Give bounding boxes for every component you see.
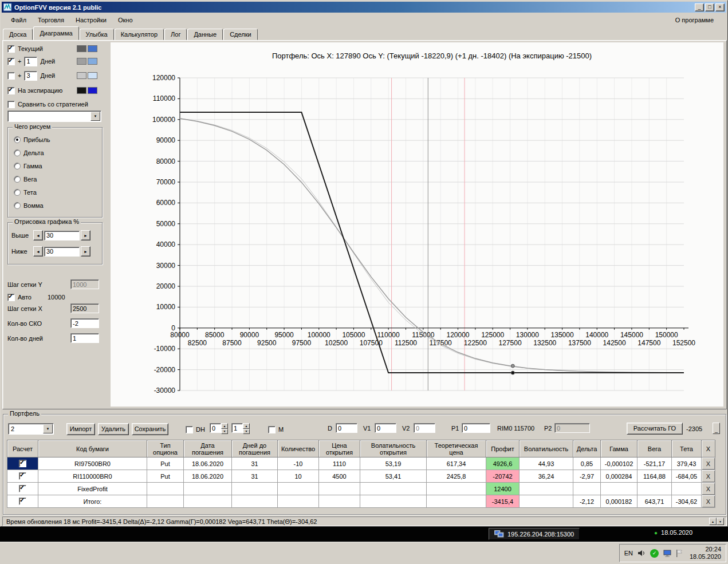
increase-above-button[interactable]: ► xyxy=(81,230,90,240)
color-swatch[interactable] xyxy=(88,72,97,79)
portfolio-selector[interactable]: 2 ▼ xyxy=(8,423,54,435)
dh-spin1-input[interactable] xyxy=(210,423,221,433)
column-header-maturity-date[interactable]: Дата погашения xyxy=(184,440,232,457)
spin-down-icon[interactable]: ▼ xyxy=(221,429,228,435)
tab-diagram[interactable]: Диаграмма xyxy=(33,26,78,40)
calc-go-button[interactable]: Рассчитать ГО xyxy=(627,423,683,435)
cko-count-input[interactable] xyxy=(70,318,99,328)
tab-board[interactable]: Доска xyxy=(3,29,33,40)
menu-about[interactable]: О программе xyxy=(670,15,723,25)
m-checkbox[interactable]: ✓ xyxy=(268,426,276,433)
expiration-checkbox[interactable]: ✓ xyxy=(7,87,15,94)
column-header-security-code[interactable]: Код бумаги xyxy=(38,440,147,457)
calc-cell[interactable]: ✓ xyxy=(7,495,38,508)
column-header-calc[interactable]: Расчет xyxy=(7,440,38,457)
menu-trading[interactable]: Торговля xyxy=(32,15,70,25)
row-delete-button[interactable]: X xyxy=(702,457,715,470)
increase-below-button[interactable]: ► xyxy=(81,246,90,257)
color-swatch[interactable] xyxy=(88,58,97,65)
flag-icon[interactable] xyxy=(676,550,683,557)
color-swatch[interactable] xyxy=(77,72,86,79)
current-checkbox[interactable]: ✓ xyxy=(7,45,15,53)
row-delete-button[interactable]: X xyxy=(702,470,715,483)
column-header-option-type[interactable]: Тип опциона xyxy=(147,440,184,457)
plus3-days-input[interactable] xyxy=(24,71,37,81)
menu-settings[interactable]: Настройки xyxy=(70,15,112,25)
grid-step-y-input[interactable] xyxy=(70,279,99,289)
minimize-button[interactable]: _ xyxy=(695,3,704,11)
menu-file[interactable]: Файл xyxy=(5,15,32,25)
column-header-volatility[interactable]: Волатильность xyxy=(520,440,573,457)
v2-input[interactable] xyxy=(414,423,435,433)
import-button[interactable]: Импорт xyxy=(66,423,95,435)
color-swatch[interactable] xyxy=(77,87,86,94)
tab-log[interactable]: Лог xyxy=(164,29,187,40)
row-delete-button[interactable]: X xyxy=(702,483,715,495)
plus1-days-input[interactable] xyxy=(24,57,37,66)
row-calc-checkbox[interactable]: ✓ xyxy=(19,472,26,480)
plus1-checkbox[interactable]: ✓ xyxy=(7,58,15,65)
radio-vomma[interactable] xyxy=(14,202,21,209)
menu-window[interactable]: Окно xyxy=(112,15,139,25)
color-swatch[interactable] xyxy=(77,45,86,52)
collapse-panel-button[interactable]: _ xyxy=(713,423,720,434)
above-percent-input[interactable] xyxy=(44,231,80,240)
plus3-checkbox[interactable]: ✓ xyxy=(7,72,15,80)
column-header-vega[interactable]: Вега xyxy=(638,440,672,457)
below-percent-input[interactable] xyxy=(44,247,80,257)
days-count-input[interactable] xyxy=(70,333,99,343)
maximize-button[interactable]: □ xyxy=(705,3,714,11)
calc-cell[interactable]: ✓ xyxy=(7,470,38,483)
decrease-below-button[interactable]: ◄ xyxy=(33,246,43,257)
dh-checkbox[interactable]: ✓ xyxy=(186,426,193,433)
calc-cell[interactable]: ✓ xyxy=(7,457,38,470)
v1-input[interactable] xyxy=(375,423,396,433)
scroll-down-icon[interactable]: ▼ xyxy=(717,518,724,525)
tab-trades[interactable]: Сделки xyxy=(223,29,258,40)
scroll-up-icon[interactable]: ▲ xyxy=(709,518,717,525)
column-header-theoretical-price[interactable]: Теоретическая цена xyxy=(427,440,486,457)
column-header-gamma[interactable]: Гамма xyxy=(601,440,638,457)
status-check-icon[interactable]: ✓ xyxy=(650,549,659,558)
auto-grid-checkbox[interactable]: ✓ xyxy=(7,294,15,301)
chevron-down-icon[interactable]: ▼ xyxy=(90,112,100,121)
column-header-delta[interactable]: Дельта xyxy=(573,440,601,457)
grid-step-x-input[interactable] xyxy=(70,303,99,313)
color-swatch[interactable] xyxy=(88,87,97,94)
connection-item[interactable]: 195.226.204.208:15300 xyxy=(489,528,580,540)
delete-button[interactable]: Удалить xyxy=(98,423,129,435)
calc-cell[interactable]: ✓ xyxy=(7,483,38,495)
radio-theta[interactable] xyxy=(14,189,21,196)
dh-spin2-input[interactable] xyxy=(231,423,243,433)
color-swatch[interactable] xyxy=(88,45,97,52)
decrease-above-button[interactable]: ◄ xyxy=(33,230,43,240)
column-header-open-price[interactable]: Цена открытия xyxy=(319,440,360,457)
p2-input[interactable] xyxy=(554,423,590,433)
tab-data[interactable]: Данные xyxy=(187,29,223,40)
column-header-profit[interactable]: Профит xyxy=(486,440,520,457)
row-calc-checkbox[interactable]: ✓ xyxy=(19,485,26,492)
column-header-theta[interactable]: Тета xyxy=(672,440,702,457)
portfolio-chart[interactable]: -30000-20000-100000100002000030000400005… xyxy=(111,42,722,405)
spin-down-icon[interactable]: ▼ xyxy=(243,429,250,435)
d-input[interactable] xyxy=(336,423,357,433)
save-button[interactable]: Сохранить xyxy=(132,423,168,435)
column-header-delete[interactable]: X xyxy=(702,440,715,457)
column-header-quantity[interactable]: Количество xyxy=(278,440,319,457)
language-indicator[interactable]: EN xyxy=(624,550,633,557)
chevron-down-icon[interactable]: ▼ xyxy=(43,424,53,433)
volume-icon[interactable] xyxy=(638,549,646,557)
color-swatch[interactable] xyxy=(77,58,86,65)
tab-calculator[interactable]: Калькулятор xyxy=(115,29,164,40)
row-calc-checkbox[interactable]: ✓ xyxy=(19,460,26,467)
row-delete-button[interactable]: X xyxy=(702,495,715,508)
spin-up-icon[interactable]: ▲ xyxy=(243,423,250,429)
row-calc-checkbox[interactable]: ✓ xyxy=(19,498,26,505)
close-button[interactable]: × xyxy=(715,3,725,11)
radio-vega[interactable] xyxy=(14,176,21,183)
p1-input[interactable] xyxy=(462,423,490,433)
radio-profit[interactable] xyxy=(14,136,21,143)
strategy-combobox[interactable]: ▼ xyxy=(7,111,101,122)
column-header-open-volatility[interactable]: Волатильность открытия xyxy=(360,440,427,457)
tab-smile[interactable]: Улыбка xyxy=(80,29,114,40)
